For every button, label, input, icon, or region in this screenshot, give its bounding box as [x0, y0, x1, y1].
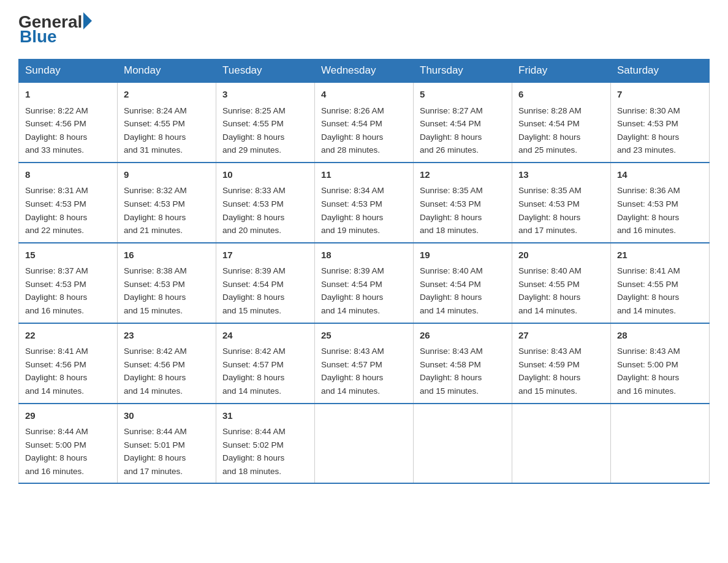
calendar-cell: 31 Sunrise: 8:44 AM Sunset: 5:02 PM Dayl…: [216, 404, 315, 484]
day-number: 26: [420, 329, 506, 343]
column-header-tuesday: Tuesday: [216, 59, 315, 83]
day-info: Sunrise: 8:37 AM Sunset: 4:53 PM Dayligh…: [25, 266, 88, 315]
day-info: Sunrise: 8:22 AM Sunset: 4:56 PM Dayligh…: [25, 106, 88, 155]
calendar-cell: 13 Sunrise: 8:35 AM Sunset: 4:53 PM Dayl…: [512, 163, 611, 243]
column-header-friday: Friday: [512, 59, 611, 83]
day-info: Sunrise: 8:44 AM Sunset: 5:01 PM Dayligh…: [124, 427, 187, 476]
day-number: 13: [518, 168, 604, 182]
day-number: 1: [25, 88, 111, 102]
day-info: Sunrise: 8:27 AM Sunset: 4:54 PM Dayligh…: [420, 106, 483, 155]
day-info: Sunrise: 8:44 AM Sunset: 5:02 PM Dayligh…: [222, 427, 286, 476]
day-number: 9: [124, 168, 210, 182]
logo-arrow-icon: [83, 12, 92, 29]
column-header-saturday: Saturday: [611, 59, 710, 83]
logo: General Blue: [18, 12, 92, 47]
calendar-cell: 22 Sunrise: 8:41 AM Sunset: 4:56 PM Dayl…: [19, 323, 118, 404]
day-number: 6: [518, 88, 604, 102]
calendar-cell: 26 Sunrise: 8:43 AM Sunset: 4:58 PM Dayl…: [414, 323, 512, 404]
calendar-cell: 18 Sunrise: 8:39 AM Sunset: 4:54 PM Dayl…: [315, 243, 414, 323]
calendar-cell: 17 Sunrise: 8:39 AM Sunset: 4:54 PM Dayl…: [216, 243, 315, 323]
day-info: Sunrise: 8:26 AM Sunset: 4:54 PM Dayligh…: [321, 106, 384, 155]
calendar-cell: [315, 404, 414, 484]
day-info: Sunrise: 8:28 AM Sunset: 4:54 PM Dayligh…: [518, 106, 582, 155]
day-number: 29: [25, 409, 111, 423]
calendar-cell: 15 Sunrise: 8:37 AM Sunset: 4:53 PM Dayl…: [19, 243, 118, 323]
calendar-cell: 7 Sunrise: 8:30 AM Sunset: 4:53 PM Dayli…: [611, 82, 710, 163]
day-info: Sunrise: 8:40 AM Sunset: 4:55 PM Dayligh…: [518, 266, 582, 315]
day-info: Sunrise: 8:43 AM Sunset: 4:58 PM Dayligh…: [420, 347, 483, 396]
day-info: Sunrise: 8:42 AM Sunset: 4:57 PM Dayligh…: [222, 347, 286, 396]
day-number: 20: [518, 248, 604, 262]
day-number: 8: [25, 168, 111, 182]
calendar-cell: 4 Sunrise: 8:26 AM Sunset: 4:54 PM Dayli…: [315, 82, 414, 163]
day-info: Sunrise: 8:41 AM Sunset: 4:56 PM Dayligh…: [25, 347, 88, 396]
day-number: 21: [617, 248, 703, 262]
calendar-cell: 29 Sunrise: 8:44 AM Sunset: 5:00 PM Dayl…: [19, 404, 118, 484]
calendar-cell: 1 Sunrise: 8:22 AM Sunset: 4:56 PM Dayli…: [19, 82, 118, 163]
day-info: Sunrise: 8:32 AM Sunset: 4:53 PM Dayligh…: [124, 186, 187, 235]
day-number: 15: [25, 248, 111, 262]
calendar-week-row: 22 Sunrise: 8:41 AM Sunset: 4:56 PM Dayl…: [19, 323, 710, 404]
column-header-monday: Monday: [118, 59, 216, 83]
calendar-cell: 9 Sunrise: 8:32 AM Sunset: 4:53 PM Dayli…: [118, 163, 216, 243]
day-number: 14: [617, 168, 703, 182]
calendar-cell: 5 Sunrise: 8:27 AM Sunset: 4:54 PM Dayli…: [414, 82, 512, 163]
day-info: Sunrise: 8:40 AM Sunset: 4:54 PM Dayligh…: [420, 266, 483, 315]
day-number: 18: [321, 248, 407, 262]
day-info: Sunrise: 8:33 AM Sunset: 4:53 PM Dayligh…: [222, 186, 286, 235]
day-number: 11: [321, 168, 407, 182]
day-info: Sunrise: 8:30 AM Sunset: 4:53 PM Dayligh…: [617, 106, 680, 155]
day-number: 12: [420, 168, 506, 182]
column-header-sunday: Sunday: [19, 59, 118, 83]
day-number: 30: [124, 409, 210, 423]
column-header-thursday: Thursday: [414, 59, 512, 83]
day-number: 5: [420, 88, 506, 102]
day-number: 24: [222, 329, 308, 343]
day-info: Sunrise: 8:25 AM Sunset: 4:55 PM Dayligh…: [222, 106, 286, 155]
calendar-cell: 30 Sunrise: 8:44 AM Sunset: 5:01 PM Dayl…: [118, 404, 216, 484]
day-info: Sunrise: 8:35 AM Sunset: 4:53 PM Dayligh…: [420, 186, 483, 235]
day-number: 3: [222, 88, 308, 102]
calendar-table: SundayMondayTuesdayWednesdayThursdayFrid…: [18, 59, 710, 484]
day-info: Sunrise: 8:43 AM Sunset: 4:59 PM Dayligh…: [518, 347, 582, 396]
day-number: 19: [420, 248, 506, 262]
calendar-cell: 10 Sunrise: 8:33 AM Sunset: 4:53 PM Dayl…: [216, 163, 315, 243]
day-info: Sunrise: 8:43 AM Sunset: 5:00 PM Dayligh…: [617, 347, 680, 396]
day-info: Sunrise: 8:36 AM Sunset: 4:53 PM Dayligh…: [617, 186, 680, 235]
calendar-cell: 27 Sunrise: 8:43 AM Sunset: 4:59 PM Dayl…: [512, 323, 611, 404]
day-number: 10: [222, 168, 308, 182]
day-info: Sunrise: 8:41 AM Sunset: 4:55 PM Dayligh…: [617, 266, 680, 315]
day-number: 25: [321, 329, 407, 343]
calendar-cell: 11 Sunrise: 8:34 AM Sunset: 4:53 PM Dayl…: [315, 163, 414, 243]
day-number: 17: [222, 248, 308, 262]
calendar-cell: [512, 404, 611, 484]
day-info: Sunrise: 8:39 AM Sunset: 4:54 PM Dayligh…: [321, 266, 384, 315]
day-number: 28: [617, 329, 703, 343]
day-number: 27: [518, 329, 604, 343]
day-number: 4: [321, 88, 407, 102]
calendar-week-row: 8 Sunrise: 8:31 AM Sunset: 4:53 PM Dayli…: [19, 163, 710, 243]
calendar-cell: 25 Sunrise: 8:43 AM Sunset: 4:57 PM Dayl…: [315, 323, 414, 404]
day-info: Sunrise: 8:34 AM Sunset: 4:53 PM Dayligh…: [321, 186, 384, 235]
calendar-cell: 20 Sunrise: 8:40 AM Sunset: 4:55 PM Dayl…: [512, 243, 611, 323]
calendar-cell: 23 Sunrise: 8:42 AM Sunset: 4:56 PM Dayl…: [118, 323, 216, 404]
calendar-cell: 24 Sunrise: 8:42 AM Sunset: 4:57 PM Dayl…: [216, 323, 315, 404]
calendar-cell: 28 Sunrise: 8:43 AM Sunset: 5:00 PM Dayl…: [611, 323, 710, 404]
day-number: 23: [124, 329, 210, 343]
calendar-week-row: 1 Sunrise: 8:22 AM Sunset: 4:56 PM Dayli…: [19, 82, 710, 163]
day-number: 7: [617, 88, 703, 102]
calendar-cell: 3 Sunrise: 8:25 AM Sunset: 4:55 PM Dayli…: [216, 82, 315, 163]
calendar-week-row: 15 Sunrise: 8:37 AM Sunset: 4:53 PM Dayl…: [19, 243, 710, 323]
day-info: Sunrise: 8:38 AM Sunset: 4:53 PM Dayligh…: [124, 266, 187, 315]
calendar-cell: 12 Sunrise: 8:35 AM Sunset: 4:53 PM Dayl…: [414, 163, 512, 243]
day-info: Sunrise: 8:24 AM Sunset: 4:55 PM Dayligh…: [124, 106, 187, 155]
calendar-cell: 21 Sunrise: 8:41 AM Sunset: 4:55 PM Dayl…: [611, 243, 710, 323]
day-number: 22: [25, 329, 111, 343]
calendar-week-row: 29 Sunrise: 8:44 AM Sunset: 5:00 PM Dayl…: [19, 404, 710, 484]
calendar-cell: 2 Sunrise: 8:24 AM Sunset: 4:55 PM Dayli…: [118, 82, 216, 163]
calendar-cell: 8 Sunrise: 8:31 AM Sunset: 4:53 PM Dayli…: [19, 163, 118, 243]
page-header: General Blue: [18, 12, 710, 47]
day-info: Sunrise: 8:42 AM Sunset: 4:56 PM Dayligh…: [124, 347, 187, 396]
calendar-cell: 6 Sunrise: 8:28 AM Sunset: 4:54 PM Dayli…: [512, 82, 611, 163]
calendar-cell: 14 Sunrise: 8:36 AM Sunset: 4:53 PM Dayl…: [611, 163, 710, 243]
